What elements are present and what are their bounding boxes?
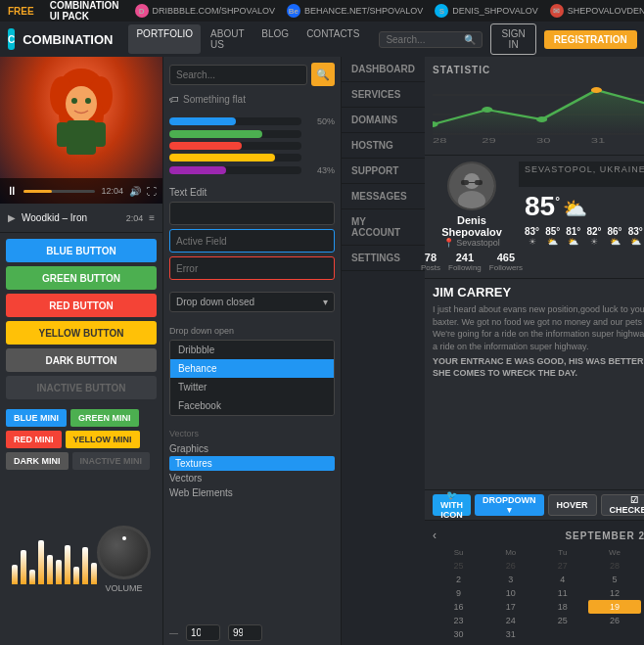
nav-blog[interactable]: BLOG: [253, 24, 297, 54]
sidebar-item-dashboard[interactable]: DASHBOARD: [342, 57, 425, 82]
nav-search-box[interactable]: 🔍: [379, 31, 483, 48]
calendar-day[interactable]: 25: [536, 614, 588, 627]
list-item-web-elements[interactable]: Web Elements: [169, 485, 335, 500]
dd-item-behance[interactable]: Behance: [170, 359, 334, 378]
sidebar-item-support[interactable]: SUPPORT: [342, 159, 425, 184]
calendar-day[interactable]: 10: [484, 586, 536, 600]
calendar-day[interactable]: 27: [641, 614, 644, 627]
calendar-day[interactable]: 27: [536, 559, 588, 573]
dropdown-closed[interactable]: Drop down closed ▾: [169, 292, 335, 312]
calendar-day[interactable]: 25: [433, 559, 484, 573]
dd-item-facebook[interactable]: Facebook: [170, 396, 334, 415]
calendar-day[interactable]: 26: [484, 559, 536, 573]
profile-name: Denis Shepovalov: [433, 214, 511, 238]
calendar-day[interactable]: 18: [536, 600, 588, 614]
blue-mini-button[interactable]: BLUE MINI: [6, 409, 67, 427]
calendar-day[interactable]: 31: [484, 627, 536, 641]
behance-link[interactable]: Be BEHANCE.NET/SHPOVALOV: [287, 4, 423, 18]
forecast-item: 83°⛅: [628, 226, 643, 247]
nav-search-input[interactable]: [386, 34, 464, 45]
content-section: JIM CARREY I just heard about evans new …: [425, 279, 644, 490]
calendar-day[interactable]: 17: [484, 600, 536, 614]
fullscreen-button[interactable]: ⛶: [147, 186, 157, 197]
calendar-day[interactable]: 13: [641, 586, 644, 600]
pstat-following: 241 Following: [448, 252, 482, 272]
with-icon-button[interactable]: 🐦 WITH ICON: [433, 494, 471, 516]
num-input-left[interactable]: [186, 624, 220, 641]
signin-button[interactable]: SIGN IN: [490, 23, 535, 55]
checkbox-button[interactable]: ☑ CHECKBOX: [601, 494, 644, 516]
error-field[interactable]: [169, 256, 335, 280]
main-content: ⏸ 12:04 🔊 ⛶ ▶ Woodkid – Iron 2:04 ≡ BLUE…: [0, 57, 644, 645]
calendar-day[interactable]: 6: [641, 573, 644, 586]
register-button[interactable]: REGISTRATION: [544, 30, 637, 49]
list-item-vectors[interactable]: Vectors: [169, 471, 335, 485]
calendar-day[interactable]: 12: [588, 586, 640, 600]
dd-item-dribbble[interactable]: Dribbble: [170, 341, 334, 359]
video-progress[interactable]: [23, 190, 95, 193]
dark-button[interactable]: DARK BUTTON: [6, 348, 157, 372]
eq-bar: [29, 570, 35, 584]
nav-portfolio[interactable]: PORTFOLIO: [128, 24, 201, 54]
sidebar-item-domains[interactable]: DOMAINS: [342, 108, 425, 133]
calendar-day[interactable]: 3: [484, 573, 536, 586]
dd-item-twitter[interactable]: Twitter: [170, 378, 334, 396]
dropdown-open: Dribbble Behance Twitter Facebook: [169, 340, 335, 416]
calendar-day[interactable]: 26: [588, 614, 640, 627]
calendar-day[interactable]: 19: [588, 600, 640, 614]
search-input[interactable]: [169, 65, 307, 85]
text-edit-field[interactable]: [169, 202, 335, 225]
calendar-day[interactable]: 16: [433, 600, 484, 614]
active-field[interactable]: [169, 229, 335, 253]
calendar-day[interactable]: 9: [433, 586, 484, 600]
cal-prev-button[interactable]: ‹: [433, 529, 437, 542]
tag-text: Something flat: [183, 94, 246, 105]
calendar-day[interactable]: 24: [484, 614, 536, 627]
dropdown-button[interactable]: DROPDOWN ▾: [475, 494, 544, 516]
skype-link[interactable]: S DENIS_SHPOVALOV: [435, 4, 537, 18]
sidebar-item-messages[interactable]: MESSAGES: [342, 184, 425, 209]
music-menu-icon[interactable]: ≡: [149, 212, 155, 223]
calendar-day[interactable]: 29: [641, 559, 644, 573]
calendar-day[interactable]: 4: [536, 573, 588, 586]
calendar-day[interactable]: 23: [433, 614, 484, 627]
num-input-right[interactable]: [228, 624, 262, 641]
red-button[interactable]: RED BUTTON: [6, 294, 157, 317]
yellow-button[interactable]: YELLOW BUTTON: [6, 321, 157, 345]
music-play-button[interactable]: ▶: [8, 212, 16, 223]
list-item-textures[interactable]: Textures: [169, 456, 335, 471]
green-mini-button[interactable]: GREEN MINI: [70, 409, 139, 427]
calendar-day[interactable]: 30: [433, 627, 484, 641]
sidebar-item-myaccount[interactable]: MY ACCOUNT: [342, 209, 425, 246]
dribbble-link[interactable]: D DRIBBBLE.COM/SHPOVALOV: [135, 4, 275, 18]
sidebar-item-services[interactable]: SERVICES: [342, 82, 425, 108]
green-button[interactable]: GREEN BUTTON: [6, 266, 157, 290]
pbar-fill-4: [169, 154, 275, 161]
calendar-day[interactable]: 11: [536, 586, 588, 600]
sidebar-item-hosting[interactable]: HOSTNG: [342, 133, 425, 159]
calendar-day[interactable]: 28: [588, 559, 640, 573]
calendar-day[interactable]: 5: [588, 573, 640, 586]
red-mini-button[interactable]: RED MINI: [6, 431, 62, 448]
hover-button[interactable]: HOVER: [548, 494, 597, 516]
gmail-link[interactable]: ✉ SHEPOVALOVDENIS@GMAIL.COM: [550, 4, 644, 18]
blue-button[interactable]: BLUE BUTTON: [6, 239, 157, 262]
nav-contacts[interactable]: CONTACTS: [299, 24, 367, 54]
yellow-mini-button[interactable]: YELLOW MINI: [66, 431, 140, 448]
free-label: FREE: [8, 6, 34, 17]
volume-icon[interactable]: 🔊: [129, 186, 141, 197]
list-item-graphics[interactable]: Graphics: [169, 441, 335, 456]
content-quote: YOUR ENTRANC E WAS GOOD, HIS WAS BETTER.…: [433, 356, 644, 379]
svg-point-18: [591, 87, 602, 93]
nav-about[interactable]: ABOUT US: [203, 24, 252, 54]
calendar-day[interactable]: 2: [433, 573, 484, 586]
dark-mini-button[interactable]: DARK MINI: [6, 452, 69, 470]
left-column: ⏸ 12:04 🔊 ⛶ ▶ Woodkid – Iron 2:04 ≡ BLUE…: [0, 57, 162, 645]
calendar-day[interactable]: 20: [641, 600, 644, 614]
volume-label: VOLUME: [105, 583, 142, 593]
volume-knob[interactable]: [97, 526, 151, 579]
pause-button[interactable]: ⏸: [6, 184, 18, 198]
sidebar-item-settings[interactable]: SETTINGS: [342, 246, 425, 271]
search-button[interactable]: 🔍: [311, 63, 335, 86]
music-player: ▶ Woodkid – Iron 2:04 ≡: [0, 204, 162, 233]
